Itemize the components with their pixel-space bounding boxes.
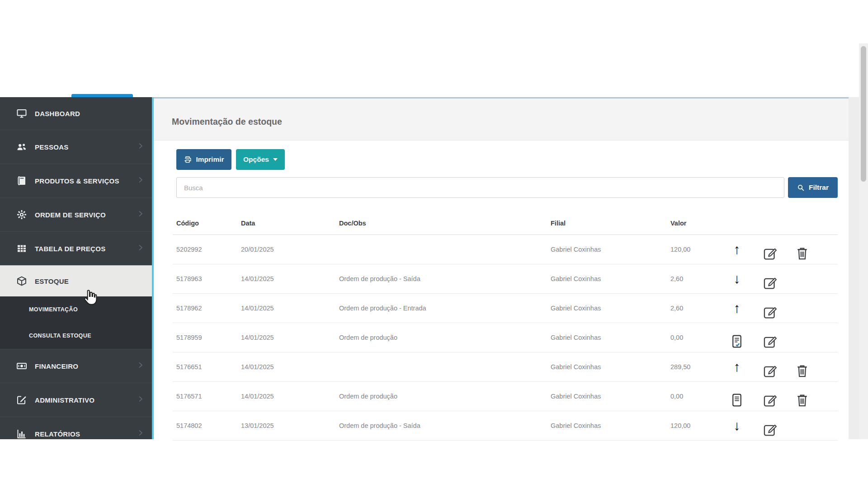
sidebar-item-movimentacao[interactable]: MOVIMENTAÇÃO: [0, 296, 152, 323]
cell-valor: 2,60: [670, 264, 683, 293]
cell-docobs: Ordem de produção: [339, 323, 397, 352]
edit-icon[interactable]: [759, 294, 782, 323]
note-icon: [725, 382, 749, 411]
sidebar-item-dashboard[interactable]: DASHBOARD: [0, 97, 152, 130]
cell-filial: Gabriel Coxinhas: [551, 352, 601, 381]
cell-docobs: Ordem de produção - Saída: [339, 411, 420, 440]
table-row: 5202992 20/01/2025 Gabriel Coxinhas 120,…: [173, 235, 838, 264]
caret-down-icon: [273, 158, 278, 161]
monitor-icon: [16, 108, 27, 119]
col-header-valor: Valor: [670, 220, 686, 227]
table-row: 5178962 14/01/2025 Ordem de produção - E…: [173, 294, 838, 323]
cell-codigo: 5174802: [176, 411, 202, 440]
edit-icon[interactable]: [759, 264, 782, 293]
trash-icon[interactable]: [790, 382, 814, 411]
chevron-right-icon: [138, 209, 143, 220]
sidebar-item-consulta-estoque[interactable]: CONSULTA ESTOQUE: [0, 323, 152, 349]
cell-valor: 2,60: [670, 294, 683, 323]
sidebar-item-estoque[interactable]: ESTOQUE: [0, 265, 152, 296]
search-input[interactable]: [176, 177, 784, 198]
printer-icon: [184, 155, 192, 164]
col-header-codigo: Código: [176, 220, 199, 227]
edit-icon[interactable]: [759, 352, 782, 381]
cell-codigo: 5176651: [176, 352, 202, 381]
cell-data: 14/01/2025: [241, 264, 274, 293]
sidebar-item-tabela-de-precos[interactable]: TABELA DE PREÇOS: [0, 231, 152, 265]
sidebar-item-label: ADMINISTRATIVO: [35, 396, 94, 404]
scrollbar-thumb[interactable]: [861, 46, 866, 182]
cell-data: 14/01/2025: [241, 352, 274, 381]
sidebar-item-label: ORDEM DE SERVIÇO: [35, 211, 106, 219]
trash-icon[interactable]: [790, 235, 814, 264]
table-row: 5176651 14/01/2025 Gabriel Coxinhas 289,…: [173, 352, 838, 382]
cell-data: 14/01/2025: [241, 323, 274, 352]
sidebar-item-administrativo[interactable]: ADMINISTRATIVO: [0, 383, 152, 417]
sidebar-nav: DASHBOARD PESSOAS PRODUTOS & SERVIÇOS OR…: [0, 97, 154, 439]
sidebar-item-label: PESSOAS: [35, 143, 69, 151]
sidebar-item-label: CONSULTA ESTOQUE: [29, 333, 91, 339]
arrow-up-icon: ↑: [725, 352, 749, 384]
users-icon: [16, 141, 27, 152]
cell-filial: Gabriel Coxinhas: [551, 382, 601, 411]
cell-codigo: 5202992: [176, 235, 202, 264]
sidebar-item-relatorios[interactable]: RELATÓRIOS: [0, 417, 152, 439]
cell-codigo: 5176571: [176, 382, 202, 411]
cell-docobs: Ordem de produção - Saída: [339, 264, 420, 293]
sidebar-item-financeiro[interactable]: FINANCEIRO: [0, 349, 152, 383]
filter-button[interactable]: Filtrar: [788, 177, 838, 198]
book-icon: [16, 175, 27, 186]
cell-data: 14/01/2025: [241, 382, 274, 411]
money-icon: [16, 361, 27, 371]
table-row: 5176571 14/01/2025 Ordem de produção Gab…: [173, 382, 838, 411]
sidebar-item-label: RELATÓRIOS: [35, 430, 80, 438]
cell-filial: Gabriel Coxinhas: [551, 323, 601, 352]
col-header-data: Data: [241, 220, 255, 227]
sidebar-item-label: TABELA DE PREÇOS: [35, 245, 105, 253]
chevron-right-icon: [138, 141, 143, 152]
edit-square-icon: [16, 394, 27, 405]
sidebar-item-produtos-servicos[interactable]: PRODUTOS & SERVIÇOS: [0, 164, 152, 197]
cell-data: 13/01/2025: [241, 411, 274, 440]
print-button[interactable]: Imprimir: [176, 149, 231, 170]
trash-icon[interactable]: [790, 352, 814, 381]
edit-icon[interactable]: [759, 411, 782, 440]
sidebar-item-label: DASHBOARD: [35, 110, 80, 117]
arrow-up-icon: ↑: [725, 235, 749, 266]
cell-filial: Gabriel Coxinhas: [551, 411, 601, 440]
chevron-right-icon: [138, 394, 143, 405]
col-header-docobs: Doc/Obs: [339, 220, 366, 227]
cell-filial: Gabriel Coxinhas: [551, 264, 601, 293]
note-check-icon: [725, 323, 749, 352]
gear-icon: [16, 209, 27, 220]
sidebar-item-ordem-de-servico[interactable]: ORDEM DE SERVIÇO: [0, 197, 152, 231]
cell-data: 20/01/2025: [241, 235, 274, 264]
table-icon: [16, 243, 27, 254]
search-icon: [797, 184, 805, 192]
arrow-down-icon: ↓: [725, 264, 749, 296]
arrow-up-icon: ↑: [725, 294, 749, 325]
chevron-right-icon: [138, 243, 143, 254]
edit-icon[interactable]: [759, 323, 782, 352]
cell-valor: 120,00: [670, 235, 690, 264]
edit-icon[interactable]: [759, 235, 782, 264]
browser-toolbar: pdvlegal.com.br/EstoqueMovimentacao.aspx…: [0, 20, 868, 44]
cell-docobs: Ordem de produção: [339, 382, 397, 411]
cell-data: 14/01/2025: [241, 294, 274, 323]
edit-icon[interactable]: [759, 382, 782, 411]
mouse-cursor-hand: [82, 288, 99, 307]
cell-codigo: 5178963: [176, 264, 202, 293]
sidebar-item-pessoas[interactable]: PESSOAS: [0, 130, 152, 164]
options-button[interactable]: Opções: [236, 149, 285, 170]
sidebar-item-label: FINANCEIRO: [35, 362, 78, 370]
cell-valor: 120,00: [670, 411, 690, 440]
chevron-right-icon: [138, 428, 143, 439]
cell-valor: 0,00: [670, 382, 683, 411]
cell-valor: 0,00: [670, 323, 683, 352]
page-title: Movimentação de estoque: [172, 117, 282, 127]
sidebar-item-label: ESTOQUE: [35, 277, 69, 285]
cell-filial: Gabriel Coxinhas: [551, 294, 601, 323]
app-header: PDV legal Gabriel Coxinhas: [0, 43, 868, 97]
screen: pdvlegal.com.br/EstoqueMovimentacao.aspx…: [0, 0, 868, 488]
cube-icon: [16, 276, 27, 286]
table-row: 5178963 14/01/2025 Ordem de produção - S…: [173, 264, 838, 294]
